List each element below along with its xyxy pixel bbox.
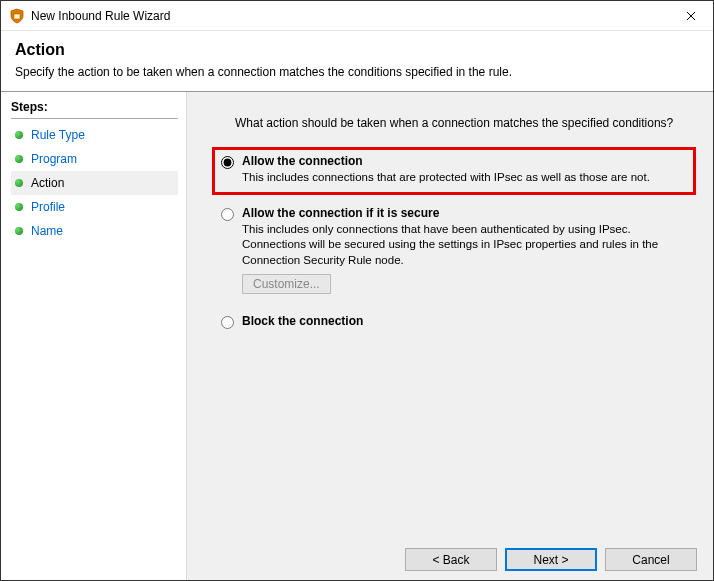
step-rule-type[interactable]: Rule Type (11, 123, 178, 147)
close-button[interactable] (668, 1, 713, 31)
option-2: Block the connection (215, 310, 693, 336)
svg-rect-0 (14, 14, 20, 19)
next-button[interactable]: Next > (505, 548, 597, 571)
titlebar: New Inbound Rule Wizard (1, 1, 713, 31)
option-radio-0[interactable] (221, 156, 234, 169)
step-bullet-icon (15, 179, 23, 187)
step-label: Rule Type (31, 128, 85, 142)
wizard-header: Action Specify the action to be taken wh… (1, 31, 713, 85)
step-bullet-icon (15, 131, 23, 139)
option-desc: This includes only connections that have… (242, 222, 687, 269)
steps-heading: Steps: (11, 98, 178, 119)
option-1: Allow the connection if it is secureThis… (215, 202, 693, 301)
window-title: New Inbound Rule Wizard (31, 9, 170, 23)
step-program[interactable]: Program (11, 147, 178, 171)
option-radio-1[interactable] (221, 208, 234, 221)
step-bullet-icon (15, 203, 23, 211)
option-0: Allow the connectionThis includes connec… (215, 150, 693, 192)
wizard-footer: < Back Next > Cancel (405, 548, 697, 571)
option-body: Allow the connection if it is secureThis… (242, 206, 687, 295)
step-bullet-icon (15, 155, 23, 163)
main-panel: What action should be taken when a conne… (187, 92, 713, 581)
step-label: Profile (31, 200, 65, 214)
step-label: Program (31, 152, 77, 166)
step-profile[interactable]: Profile (11, 195, 178, 219)
cancel-button[interactable]: Cancel (605, 548, 697, 571)
customize-button: Customize... (242, 274, 331, 294)
app-icon (9, 8, 25, 24)
option-title: Allow the connection (242, 154, 687, 168)
step-bullet-icon (15, 227, 23, 235)
step-name[interactable]: Name (11, 219, 178, 243)
option-body: Allow the connectionThis includes connec… (242, 154, 687, 186)
page-title: Action (15, 41, 699, 59)
back-button[interactable]: < Back (405, 548, 497, 571)
step-action[interactable]: Action (11, 171, 178, 195)
question-text: What action should be taken when a conne… (235, 116, 693, 130)
step-label: Action (31, 176, 64, 190)
steps-sidebar: Steps: Rule TypeProgramActionProfileName (1, 92, 187, 581)
page-subtitle: Specify the action to be taken when a co… (15, 65, 699, 79)
option-body: Block the connection (242, 314, 687, 330)
option-title: Block the connection (242, 314, 687, 328)
option-title: Allow the connection if it is secure (242, 206, 687, 220)
step-label: Name (31, 224, 63, 238)
option-desc: This includes connections that are prote… (242, 170, 687, 186)
option-radio-2[interactable] (221, 316, 234, 329)
